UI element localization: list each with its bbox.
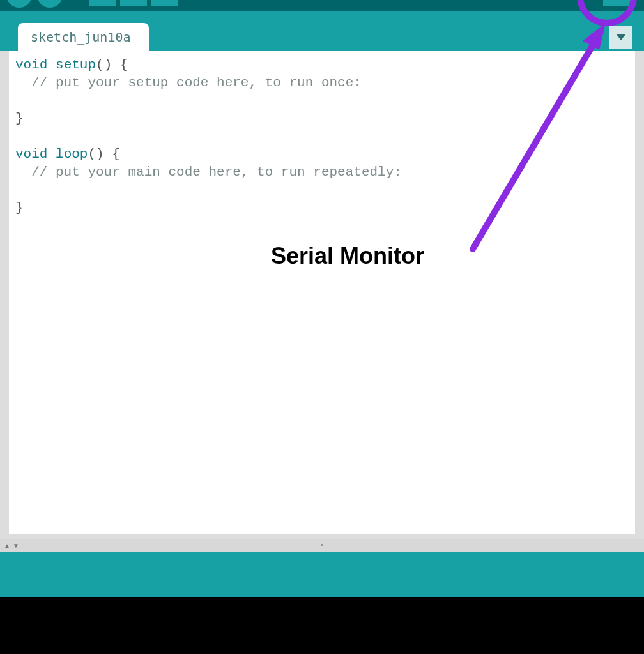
open-sketch-button[interactable] <box>120 0 147 6</box>
grip-icon <box>318 543 326 547</box>
pane-divider[interactable]: ▲ ▼ <box>0 539 644 552</box>
comment-setup: // put your setup code here, to run once… <box>15 75 362 90</box>
upload-button[interactable] <box>37 0 63 8</box>
sketch-tab[interactable]: sketch_jun10a <box>18 23 149 51</box>
code-close-brace: } <box>15 111 24 126</box>
keyword-void: void <box>15 147 47 162</box>
save-sketch-button[interactable] <box>151 0 178 6</box>
toolbar <box>0 0 644 11</box>
expand-up-icon: ▲ <box>4 542 10 549</box>
new-sketch-button[interactable] <box>89 0 116 6</box>
editor-container: void setup() { // put your setup code he… <box>0 51 644 539</box>
tab-bar: sketch_jun10a <box>0 11 644 51</box>
output-log <box>0 597 644 654</box>
fn-name-loop: loop <box>47 147 88 162</box>
status-console <box>0 552 644 597</box>
tab-menu-button[interactable] <box>610 26 632 49</box>
code-close-brace: } <box>15 201 24 215</box>
code-text: () { <box>88 147 119 162</box>
keyword-void: void <box>15 57 47 72</box>
code-text: () { <box>96 57 128 72</box>
expand-down-icon: ▼ <box>13 542 19 549</box>
serial-monitor-button[interactable] <box>603 0 632 6</box>
verify-button[interactable] <box>6 0 32 8</box>
sketch-tab-label: sketch_jun10a <box>31 29 131 45</box>
fn-name-setup: setup <box>47 57 96 72</box>
code-editor[interactable]: void setup() { // put your setup code he… <box>9 51 635 534</box>
comment-loop: // put your main code here, to run repea… <box>15 165 402 179</box>
